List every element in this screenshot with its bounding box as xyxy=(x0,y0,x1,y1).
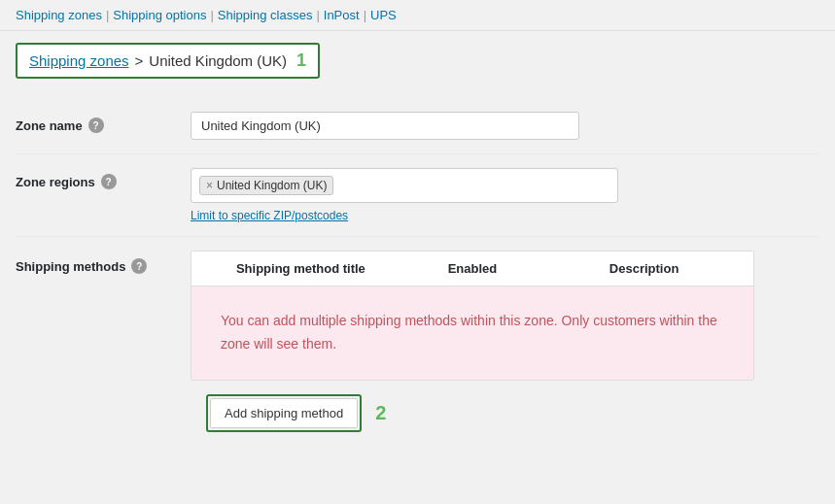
col-enabled: Enabled xyxy=(410,261,535,276)
shipping-methods-row: Shipping methods ? Shipping method title… xyxy=(16,237,819,459)
zone-name-label-cell: Zone name ? xyxy=(16,112,191,133)
zone-regions-label-cell: Zone regions ? xyxy=(16,168,191,189)
add-method-area: Add shipping method 2 xyxy=(191,381,819,446)
col-title: Shipping method title xyxy=(191,261,410,276)
shipping-methods-control: Shipping method title Enabled Descriptio… xyxy=(191,251,819,446)
nav-inpost[interactable]: InPost xyxy=(324,8,360,22)
limit-postcodes-link[interactable]: Limit to specific ZIP/postcodes xyxy=(191,209,819,222)
breadcrumb-box: Shipping zones > United Kingdom (UK) 1 xyxy=(16,43,320,79)
shipping-methods-label-cell: Shipping methods ? xyxy=(16,251,191,274)
tag-label: United Kingdom (UK) xyxy=(217,179,327,192)
content-area: Zone name ? Zone regions ? × United King… xyxy=(0,88,835,475)
breadcrumb-arrow: > xyxy=(135,52,144,69)
nav-sep-3: | xyxy=(316,8,319,22)
breadcrumb-step-number: 1 xyxy=(296,50,306,71)
shipping-methods-label: Shipping methods xyxy=(16,259,125,274)
nav-shipping-options[interactable]: Shipping options xyxy=(113,8,206,22)
zone-regions-control: × United Kingdom (UK) Limit to specific … xyxy=(191,168,819,222)
add-method-btn-wrapper: Add shipping method xyxy=(206,394,362,432)
nav-sep-1: | xyxy=(106,8,109,22)
breadcrumb-area: Shipping zones > United Kingdom (UK) 1 xyxy=(0,31,835,88)
shipping-methods-table: Shipping method title Enabled Descriptio… xyxy=(191,251,754,381)
zone-regions-help-icon[interactable]: ? xyxy=(101,174,117,189)
zone-name-help-icon[interactable]: ? xyxy=(88,118,104,133)
zone-region-tag: × United Kingdom (UK) xyxy=(199,176,333,195)
nav-sep-4: | xyxy=(364,8,366,22)
zone-name-label: Zone name xyxy=(16,118,83,133)
zone-name-input[interactable] xyxy=(191,112,579,140)
nav-shipping-zones[interactable]: Shipping zones xyxy=(16,8,102,22)
nav-ups[interactable]: UPS xyxy=(370,8,397,22)
breadcrumb-current: United Kingdom (UK) xyxy=(149,52,287,69)
breadcrumb-link[interactable]: Shipping zones xyxy=(29,52,129,69)
nav-shipping-classes[interactable]: Shipping classes xyxy=(218,8,313,22)
empty-state: You can add multiple shipping methods wi… xyxy=(191,286,753,380)
add-method-step-number: 2 xyxy=(375,402,386,424)
add-shipping-method-button[interactable]: Add shipping method xyxy=(210,398,358,428)
methods-table-header: Shipping method title Enabled Descriptio… xyxy=(191,252,753,286)
zone-regions-label: Zone regions xyxy=(16,175,95,189)
zone-regions-tag-input[interactable]: × United Kingdom (UK) xyxy=(191,168,618,203)
page-wrapper: Shipping zones | Shipping options | Ship… xyxy=(0,0,835,504)
col-desc: Description xyxy=(535,261,753,276)
zone-name-row: Zone name ? xyxy=(16,98,819,154)
shipping-methods-help-icon[interactable]: ? xyxy=(131,258,147,274)
tag-remove-icon[interactable]: × xyxy=(206,180,213,191)
zone-name-control xyxy=(191,112,819,140)
zone-regions-row: Zone regions ? × United Kingdom (UK) Lim… xyxy=(16,154,819,237)
nav-sep-2: | xyxy=(210,8,213,22)
top-nav: Shipping zones | Shipping options | Ship… xyxy=(0,0,835,31)
